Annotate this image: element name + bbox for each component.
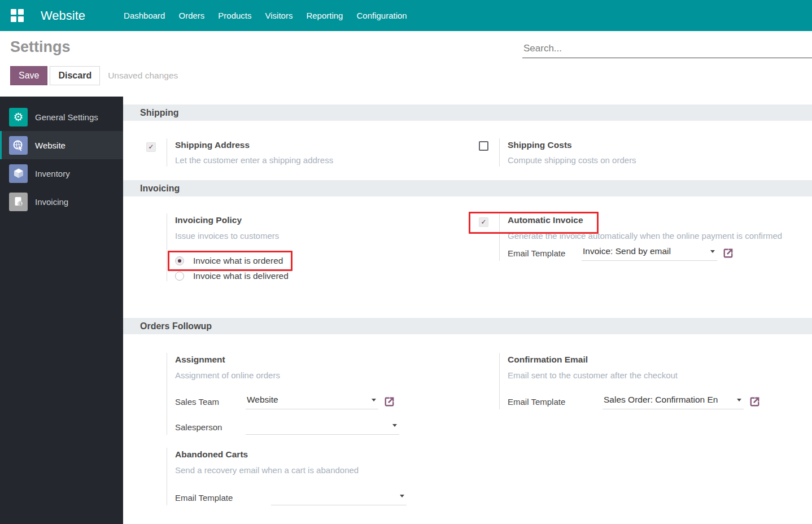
sidebar-item-label: Inventory — [35, 169, 70, 178]
setting-title: Confirmation Email — [508, 353, 804, 365]
setting-title: Shipping Costs — [508, 138, 804, 150]
automatic-invoice-checkbox[interactable] — [479, 217, 488, 227]
setting-description: Generate the invoice automatically when … — [508, 230, 793, 242]
sidebar-item-website[interactable]: Website — [0, 131, 123, 159]
salesperson-dropdown[interactable] — [246, 420, 399, 435]
top-navbar: Website Dashboard Orders Products Visito… — [0, 0, 812, 31]
external-link-icon[interactable] — [723, 248, 734, 259]
nav-menu: Dashboard Orders Products Visitors Repor… — [117, 0, 414, 31]
radio-label: Invoice what is ordered — [193, 256, 283, 266]
chevron-down-icon — [710, 250, 715, 253]
setting-shipping-costs: Shipping Costs Compute shipping costs on… — [456, 138, 812, 167]
nav-item-reporting[interactable]: Reporting — [299, 0, 350, 31]
email-template-label: Email Template — [508, 397, 603, 407]
gear-icon: ⚙ — [9, 108, 28, 126]
radio-button-icon — [175, 256, 184, 265]
invoicing-policy-radio-group: Invoice what is ordered Invoice what is … — [175, 251, 447, 281]
setting-description: Let the customer enter a shipping addres… — [175, 154, 447, 167]
radio-button-icon — [175, 272, 184, 281]
app-brand[interactable]: Website — [41, 8, 85, 23]
section-header-shipping: Shipping — [123, 104, 812, 121]
unsaved-changes-status: Unsaved changes — [108, 71, 178, 81]
settings-sidebar: ⚙ General Settings Website Inven — [0, 97, 123, 524]
apps-grid-square — [11, 9, 16, 15]
salesperson-label: Salesperson — [175, 422, 246, 432]
control-panel: Settings Save Discard Unsaved changes — [0, 31, 812, 97]
setting-description: Send a recovery email when a cart is aba… — [175, 464, 447, 477]
setting-assignment: Assignment Assignment of online orders S… — [123, 353, 456, 435]
setting-title: Automatic Invoice — [508, 213, 804, 225]
radio-invoice-ordered[interactable]: Invoice what is ordered — [175, 256, 283, 266]
section-header-invoicing: Invoicing — [123, 180, 812, 197]
setting-description: Email sent to the customer after the che… — [508, 369, 804, 382]
search-input[interactable] — [522, 39, 812, 58]
invoice-icon: $ — [9, 193, 28, 211]
apps-grid-square — [11, 16, 16, 22]
radio-label: Invoice what is delivered — [193, 271, 289, 281]
email-template-label: Email Template — [508, 248, 582, 258]
dropdown-value: Website — [247, 395, 278, 405]
radio-invoice-delivered[interactable]: Invoice what is delivered — [175, 271, 447, 281]
setting-confirmation-email: Confirmation Email Email sent to the cus… — [456, 353, 812, 409]
sidebar-item-invoicing[interactable]: $ Invoicing — [0, 187, 123, 216]
save-button[interactable]: Save — [10, 66, 47, 85]
external-link-icon[interactable] — [384, 396, 395, 407]
chevron-down-icon — [400, 495, 404, 497]
sidebar-item-general-settings[interactable]: ⚙ General Settings — [0, 103, 123, 131]
email-template-dropdown[interactable]: Sales Order: Confirmation En — [603, 394, 744, 409]
search-box — [522, 39, 812, 58]
discard-button[interactable]: Discard — [50, 66, 100, 85]
annotation-highlight: Invoice what is ordered — [168, 251, 293, 271]
shipping-address-checkbox[interactable] — [146, 142, 156, 152]
nav-item-visitors[interactable]: Visitors — [259, 0, 300, 31]
action-buttons: Save Discard Unsaved changes — [10, 66, 178, 85]
sales-team-dropdown[interactable]: Website — [246, 394, 378, 409]
section-title: Invoicing — [140, 184, 180, 194]
section-title: Orders Followup — [140, 321, 212, 331]
apps-grid-square — [18, 9, 24, 15]
setting-description: Assignment of online orders — [175, 369, 447, 382]
settings-main: Shipping Shipping Address Let the custom… — [123, 97, 812, 524]
globe-icon — [9, 136, 28, 155]
sidebar-item-label: General Settings — [35, 112, 98, 122]
setting-abandoned-carts: Abandoned Carts Send a recovery email wh… — [123, 448, 456, 505]
setting-description: Compute shipping costs on orders — [508, 154, 804, 167]
section-title: Shipping — [140, 108, 178, 118]
sidebar-item-label: Website — [35, 141, 66, 150]
sidebar-item-inventory[interactable]: Inventory — [0, 159, 123, 187]
setting-invoicing-policy: Invoicing Policy Issue invoices to custo… — [123, 213, 456, 281]
setting-title: Abandoned Carts — [175, 448, 447, 460]
apps-grid-icon[interactable] — [11, 9, 24, 22]
setting-shipping-address: Shipping Address Let the customer enter … — [123, 138, 456, 167]
email-template-label: Email Template — [175, 493, 271, 503]
cube-icon — [9, 164, 28, 183]
apps-grid-square — [18, 16, 24, 22]
nav-item-products[interactable]: Products — [211, 0, 258, 31]
setting-title: Shipping Address — [175, 138, 447, 150]
page-title: Settings — [10, 38, 71, 56]
section-header-orders-followup: Orders Followup — [123, 318, 812, 334]
nav-item-configuration[interactable]: Configuration — [350, 0, 413, 31]
dropdown-value: Invoice: Send by email — [583, 246, 671, 256]
setting-description: Issue invoices to customers — [175, 230, 447, 242]
chevron-down-icon — [372, 399, 376, 401]
nav-item-dashboard[interactable]: Dashboard — [117, 0, 172, 31]
sales-team-label: Sales Team — [175, 397, 246, 407]
dropdown-value: Sales Order: Confirmation En — [604, 395, 718, 405]
svg-text:$: $ — [19, 202, 21, 206]
sidebar-item-label: Invoicing — [35, 197, 68, 207]
chevron-down-icon — [392, 424, 397, 427]
shipping-costs-checkbox[interactable] — [479, 141, 488, 151]
setting-title: Invoicing Policy — [175, 213, 447, 225]
email-template-dropdown[interactable]: Invoice: Send by email — [582, 245, 717, 261]
external-link-icon[interactable] — [749, 396, 760, 407]
chevron-down-icon — [737, 399, 741, 401]
nav-item-orders[interactable]: Orders — [172, 0, 211, 31]
setting-title: Assignment — [175, 353, 447, 365]
setting-automatic-invoice: Automatic Invoice Generate the invoice a… — [456, 213, 812, 261]
email-template-dropdown[interactable] — [271, 490, 407, 505]
